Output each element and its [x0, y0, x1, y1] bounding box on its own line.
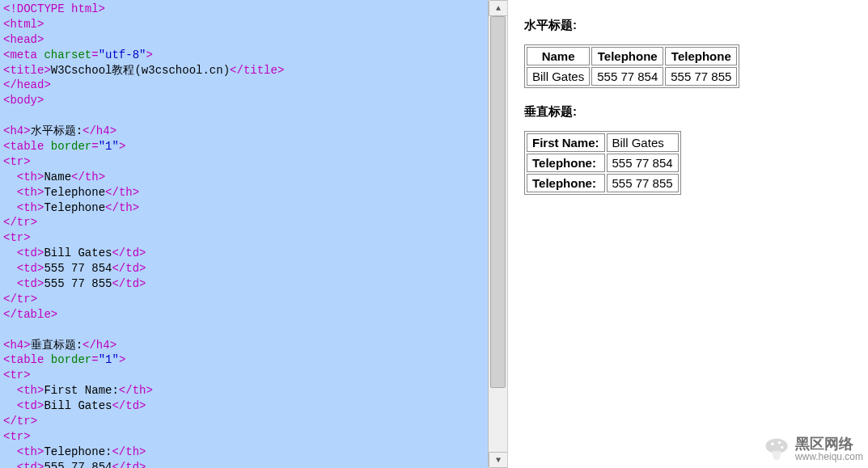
code-token: W3Cschool教程(w3cschool.cn) — [51, 64, 230, 77]
code-token: 水平标题: — [31, 124, 83, 137]
code-token: > — [139, 247, 146, 259]
table-row: Telephone: 555 77 855 — [527, 174, 679, 192]
code-token: tr — [10, 155, 23, 168]
preview-heading-horizontal: 水平标题: — [524, 18, 852, 33]
code-token: > — [139, 445, 146, 458]
code-token: > — [110, 339, 116, 352]
code-token: > — [139, 262, 146, 275]
code-token: </ — [71, 171, 85, 183]
watermark: 黑区网络 www.heiqu.com — [763, 436, 863, 463]
code-token: > — [146, 48, 152, 61]
preview-heading-vertical: 垂直标题: — [524, 104, 852, 120]
code-token: > — [23, 124, 30, 137]
table-row: Telephone: 555 77 854 — [527, 154, 679, 172]
scroll-track[interactable] — [489, 16, 507, 452]
code-token: th — [125, 445, 139, 458]
code-token: <html> — [3, 18, 44, 31]
code-token: > — [146, 384, 152, 397]
code-token: > — [99, 171, 105, 183]
code-token: "1" — [99, 353, 119, 366]
code-token: > — [110, 124, 116, 137]
code-token: td — [23, 399, 37, 412]
code-token: </ — [112, 445, 125, 458]
code-token: "utf-8" — [99, 48, 146, 61]
code-token: <head> — [3, 33, 44, 46]
table-header: Name — [527, 47, 590, 65]
watermark-url: www.heiqu.com — [795, 452, 863, 462]
code-token: h4 — [10, 339, 23, 352]
code-token: < — [17, 262, 23, 275]
code-token: Telephone: — [44, 445, 112, 458]
code-token: title — [243, 64, 277, 77]
code-token: th — [119, 186, 133, 199]
code-token: th — [23, 171, 37, 183]
code-token: </ — [112, 262, 125, 275]
code-token: < — [17, 201, 23, 214]
table-header: Telephone — [591, 47, 663, 65]
code-token: </ — [119, 384, 133, 397]
code-token: </ — [230, 64, 243, 77]
watermark-title: 黑区网络 — [795, 436, 863, 452]
code-token: charset — [44, 48, 91, 61]
vertical-scrollbar[interactable]: ▲ ▼ — [488, 0, 507, 468]
code-token: </ — [112, 399, 125, 412]
code-token: td — [23, 262, 37, 275]
code-token: td — [125, 247, 139, 259]
code-token: </ — [83, 339, 96, 352]
code-token: Bill Gates — [44, 399, 112, 412]
code-token: tr — [17, 216, 31, 229]
svg-point-2 — [777, 441, 781, 445]
code-token: 555 77 854 — [44, 262, 112, 275]
table-row: First Name: Bill Gates — [527, 133, 679, 152]
code-token: > — [119, 140, 125, 153]
code-token: th — [23, 201, 37, 214]
code-token: th — [23, 186, 37, 199]
code-token: First Name: — [44, 384, 118, 397]
code-token: meta — [10, 48, 37, 61]
code-token: > — [23, 430, 30, 443]
table-header: Telephone — [665, 47, 737, 65]
app-container: <!DOCTYPE html> <html> <head> <meta char… — [0, 0, 868, 468]
scroll-thumb[interactable] — [490, 16, 506, 388]
code-token: = — [91, 48, 98, 61]
scroll-down-button[interactable]: ▼ — [489, 452, 508, 468]
code-token: td — [23, 277, 37, 290]
code-token: 垂直标题: — [31, 339, 83, 352]
code-token: > — [119, 353, 125, 366]
code-token: </table> — [3, 308, 57, 321]
code-token: th — [85, 171, 99, 183]
code-token: table — [10, 353, 44, 366]
code-token: > — [44, 64, 50, 77]
code-token: > — [31, 415, 37, 428]
code-token: "1" — [99, 140, 119, 153]
code-token: = — [91, 140, 98, 153]
code-token: = — [91, 353, 98, 366]
table-header: Telephone: — [527, 154, 605, 172]
code-token: th — [23, 384, 37, 397]
code-editor[interactable]: <!DOCTYPE html> <html> <head> <meta char… — [0, 0, 488, 468]
table-header: First Name: — [527, 133, 605, 152]
code-token: </ — [105, 186, 119, 199]
code-token: th — [133, 384, 146, 397]
code-token: <!DOCTYPE html> — [3, 2, 105, 15]
code-token: tr — [17, 415, 31, 428]
code-token: > — [139, 277, 146, 290]
code-token: > — [23, 155, 30, 168]
code-token: </ — [112, 277, 125, 290]
code-token: tr — [10, 430, 23, 443]
code-token: 555 77 854 — [44, 461, 112, 468]
code-token: </ — [83, 124, 96, 137]
scroll-up-button[interactable]: ▲ — [489, 0, 508, 16]
code-token: td — [23, 247, 37, 259]
vertical-headers-table: First Name: Bill Gates Telephone: 555 77… — [524, 131, 681, 195]
code-token: h4 — [10, 124, 23, 137]
mushroom-icon — [763, 436, 790, 463]
code-token: </ — [112, 461, 125, 468]
code-token: </head> — [3, 78, 51, 91]
code-token: < — [17, 277, 23, 290]
horizontal-headers-table: Name Telephone Telephone Bill Gates 555 … — [524, 44, 739, 88]
svg-point-1 — [771, 442, 774, 445]
code-editor-pane: <!DOCTYPE html> <html> <head> <meta char… — [0, 0, 508, 468]
code-token: border — [51, 353, 91, 366]
code-token: </ — [105, 201, 119, 214]
